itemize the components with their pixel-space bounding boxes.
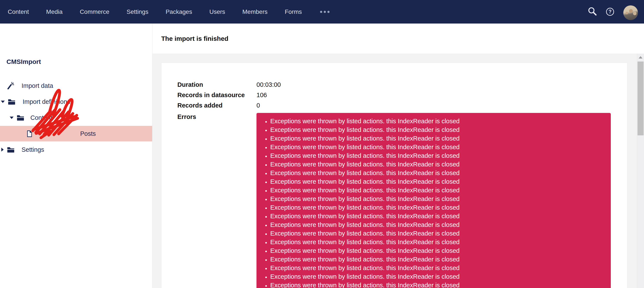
tree-item-label: Settings	[22, 146, 44, 153]
tree-item-settings[interactable]: Settings	[0, 142, 152, 157]
error-item: Exceptions were thrown by listed actions…	[270, 246, 602, 255]
error-item: Exceptions were thrown by listed actions…	[270, 229, 602, 238]
tree-item-label: Import definitions	[23, 98, 70, 105]
content-header: The import is finished	[152, 24, 644, 54]
import-result-panel: Duration 00:03:00 Records in datasource …	[161, 63, 628, 288]
error-item: Exceptions were thrown by listed actions…	[270, 143, 602, 151]
nav-item-commerce[interactable]: Commerce	[80, 0, 109, 24]
error-item: Exceptions were thrown by listed actions…	[270, 212, 602, 220]
user-avatar[interactable]	[623, 6, 638, 20]
error-item: Exceptions were thrown by listed actions…	[270, 151, 602, 160]
sidebar-tree-panel: CMSImport Import data Import definitions	[0, 24, 152, 288]
tree-item-import-definitions[interactable]: Import definitions	[0, 94, 152, 109]
tree-item-label: Import data	[22, 82, 53, 89]
nav-item-media[interactable]: Media	[46, 0, 62, 24]
error-item: Exceptions were thrown by listed actions…	[270, 195, 602, 203]
error-item: Exceptions were thrown by listed actions…	[270, 186, 602, 195]
scrollbar-thumb[interactable]	[638, 62, 644, 135]
folder-icon	[8, 99, 15, 105]
stat-value-duration: 00:03:00	[256, 81, 281, 88]
error-item: Exceptions were thrown by listed actions…	[270, 117, 602, 125]
error-message-box: Exceptions were thrown by listed actions…	[256, 113, 611, 288]
workspace-background: Duration 00:03:00 Records in datasource …	[152, 54, 644, 288]
error-item: Exceptions were thrown by listed actions…	[270, 160, 602, 169]
error-item: Exceptions were thrown by listed actions…	[270, 238, 602, 246]
tree-item-label: Posts	[80, 130, 96, 137]
nav-item-users[interactable]: Users	[209, 0, 225, 24]
stat-label-records-added: Records added	[178, 101, 223, 109]
error-list: Exceptions were thrown by listed actions…	[256, 113, 611, 288]
folder-icon	[17, 115, 24, 121]
nav-item-settings[interactable]: Settings	[126, 0, 148, 24]
stat-label-records-in-datasource: Records in datasource	[178, 91, 245, 99]
error-item: Exceptions were thrown by listed actions…	[270, 177, 602, 186]
document-icon	[27, 130, 32, 137]
nav-item-members[interactable]: Members	[242, 0, 268, 24]
stat-label-duration: Duration	[178, 81, 203, 88]
folder-icon	[7, 147, 14, 153]
stat-value-records-added: 0	[256, 101, 260, 109]
tree-item-label: Content	[30, 114, 52, 121]
tree-item-posts-selected[interactable]: Posts	[0, 126, 152, 141]
vertical-scrollbar-track[interactable]	[637, 54, 644, 288]
search-button[interactable]	[588, 7, 598, 17]
stat-label-errors: Errors	[178, 113, 196, 121]
error-item: Exceptions were thrown by listed actions…	[270, 220, 602, 229]
error-item: Exceptions were thrown by listed actions…	[270, 264, 602, 272]
tree-item-import-data[interactable]: Import data	[0, 78, 152, 93]
caret-down-icon[interactable]	[10, 117, 14, 119]
error-item: Exceptions were thrown by listed actions…	[270, 272, 602, 281]
error-item: Exceptions were thrown by listed actions…	[270, 125, 602, 134]
tree-item-content[interactable]: Content	[0, 110, 152, 125]
error-item: Exceptions were thrown by listed actions…	[270, 281, 602, 288]
caret-down-icon[interactable]	[1, 101, 5, 103]
error-item: Exceptions were thrown by listed actions…	[270, 255, 602, 264]
search-icon	[588, 7, 598, 17]
wand-icon	[7, 82, 14, 90]
help-button[interactable]: ?	[606, 8, 614, 16]
stat-value-records-in-datasource: 106	[256, 91, 267, 99]
nav-item-content[interactable]: Content	[8, 0, 29, 24]
page-title: The import is finished	[152, 35, 228, 42]
error-item: Exceptions were thrown by listed actions…	[270, 169, 602, 177]
error-item: Exceptions were thrown by listed actions…	[270, 203, 602, 212]
nav-item-forms[interactable]: Forms	[285, 0, 302, 24]
nav-sections: Content Media Commerce Settings Packages…	[0, 0, 330, 24]
section-title-cmsimport: CMSImport	[6, 58, 41, 65]
scrollbar-up-arrow-icon[interactable]	[638, 56, 642, 59]
top-navigation-bar: Content Media Commerce Settings Packages…	[0, 0, 644, 24]
more-sections-ellipsis-icon[interactable]	[320, 11, 330, 13]
nav-item-packages[interactable]: Packages	[166, 0, 192, 24]
caret-right-icon[interactable]	[1, 148, 4, 152]
error-item: Exceptions were thrown by listed actions…	[270, 134, 602, 143]
question-icon: ?	[608, 9, 612, 14]
